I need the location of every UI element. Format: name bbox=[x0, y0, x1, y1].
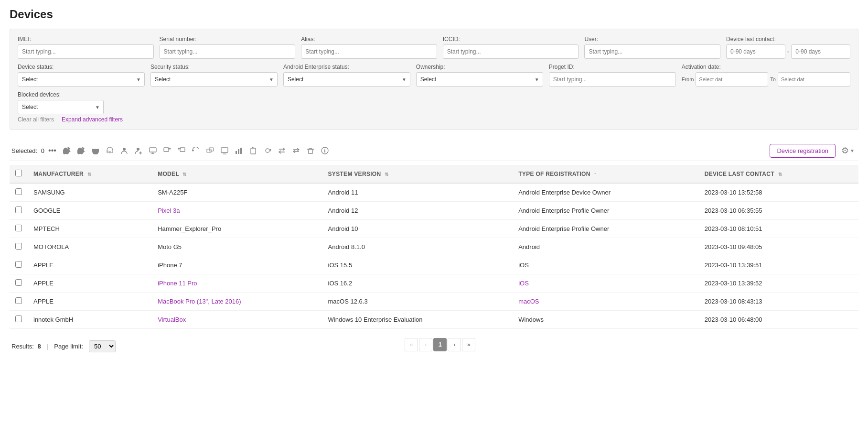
clipboard-icon-btn[interactable] bbox=[246, 144, 260, 157]
activation-to-input[interactable] bbox=[778, 72, 850, 87]
row-checkbox-cell bbox=[10, 183, 28, 202]
row-checkbox[interactable] bbox=[15, 297, 22, 304]
screen-arrow-left-icon-btn[interactable] bbox=[175, 144, 188, 157]
swap-icon-btn[interactable] bbox=[289, 144, 303, 157]
model-cell[interactable]: iPhone 11 Pro bbox=[152, 274, 322, 293]
android1-icon-btn[interactable] bbox=[89, 144, 102, 157]
info-icon-btn[interactable] bbox=[318, 144, 332, 157]
android-enterprise-select-wrapper: Select ▼ bbox=[283, 72, 410, 87]
chevron-down-icon: ▼ bbox=[850, 148, 855, 153]
action-icons bbox=[60, 144, 332, 157]
blocked-devices-filter-group: Blocked devices: Select ▼ bbox=[18, 91, 104, 114]
clear-filters-link[interactable]: Clear all filters bbox=[18, 116, 54, 123]
trash-icon-btn[interactable] bbox=[304, 144, 317, 157]
manufacturer-cell: APPLE bbox=[28, 274, 152, 293]
manufacturer-cell: MPTECH bbox=[28, 220, 152, 238]
activation-date-label: Activation date: bbox=[682, 64, 850, 70]
type-of-registration-col-header[interactable]: TYPE OF REGISTRATION ↑ bbox=[513, 165, 699, 183]
device-status-label: Device status: bbox=[18, 64, 145, 70]
screen-arrow-right-icon-btn[interactable] bbox=[161, 144, 174, 157]
device-status-select-wrapper: Select ▼ bbox=[18, 72, 145, 87]
manufacturer-col-header[interactable]: MANUFACTURER ⇅ bbox=[28, 165, 152, 183]
system-version-col-label: SYSTEM VERSION bbox=[328, 171, 381, 177]
row-checkbox-cell bbox=[10, 274, 28, 293]
alias-input[interactable] bbox=[301, 44, 437, 59]
user-icon-btn[interactable] bbox=[118, 144, 131, 157]
svg-point-3 bbox=[137, 148, 139, 151]
device-last-contact-from-input[interactable] bbox=[726, 44, 785, 59]
device-last-contact-sort-icon: ⇅ bbox=[778, 172, 782, 177]
settings-button[interactable]: ⚙ ▼ bbox=[839, 143, 857, 158]
device-last-contact-cell: 2023-03-10 08:43:13 bbox=[699, 293, 858, 311]
android-enterprise-select[interactable]: Select bbox=[283, 72, 410, 87]
user-input[interactable] bbox=[584, 44, 720, 59]
activation-from-input[interactable] bbox=[696, 72, 768, 87]
type-of-registration-cell: iOS bbox=[513, 256, 699, 274]
type-of-registration-cell[interactable]: macOS bbox=[513, 293, 699, 311]
device-last-contact-cell: 2023-03-10 08:10:51 bbox=[699, 220, 858, 238]
refresh-icon-btn[interactable] bbox=[189, 144, 203, 157]
chart-icon-btn[interactable] bbox=[232, 144, 246, 157]
screen-icon-btn[interactable] bbox=[146, 144, 160, 157]
actions-row: Selected: 0 ••• bbox=[10, 140, 858, 161]
row-checkbox[interactable] bbox=[15, 207, 22, 213]
device-registration-button[interactable]: Device registration bbox=[770, 144, 836, 158]
system-version-cell: Windows 10 Enterprise Evaluation bbox=[322, 311, 513, 329]
alias-label: Alias: bbox=[301, 36, 437, 43]
page-limit-select[interactable]: 50 10 25 100 bbox=[89, 340, 116, 352]
user-add-icon-btn[interactable] bbox=[132, 144, 145, 157]
select-all-checkbox[interactable] bbox=[15, 170, 22, 176]
svg-point-15 bbox=[324, 149, 325, 150]
model-cell[interactable]: Pixel 3a bbox=[152, 202, 322, 220]
next-page-button[interactable]: › bbox=[448, 338, 461, 351]
row-checkbox[interactable] bbox=[15, 279, 22, 286]
tv-icon-btn[interactable] bbox=[218, 144, 231, 157]
apple-device-icon-btn[interactable] bbox=[60, 144, 74, 157]
device-last-contact-to-input[interactable] bbox=[791, 44, 850, 59]
model-cell[interactable]: VirtualBox bbox=[152, 311, 322, 329]
model-cell: Moto G5 bbox=[152, 238, 322, 256]
multi-screen-icon-btn[interactable] bbox=[204, 144, 217, 157]
svg-rect-10 bbox=[236, 151, 237, 154]
imei-input[interactable] bbox=[18, 44, 154, 59]
serial-input[interactable] bbox=[160, 44, 296, 59]
type-of-registration-cell: Android Enterprise Profile Owner bbox=[513, 220, 699, 238]
page-1-button[interactable]: 1 bbox=[433, 338, 447, 351]
security-status-select[interactable]: Select bbox=[150, 72, 278, 87]
devices-table: MANUFACTURER ⇅ MODEL ⇅ SYSTEM VERSION ⇅ … bbox=[10, 165, 858, 329]
system-version-col-header[interactable]: SYSTEM VERSION ⇅ bbox=[322, 165, 513, 183]
more-options-dots[interactable]: ••• bbox=[48, 146, 56, 155]
row-checkbox[interactable] bbox=[15, 225, 22, 231]
ownership-select[interactable]: Select bbox=[416, 72, 543, 87]
device-status-filter-group: Device status: Select ▼ bbox=[18, 64, 145, 87]
activation-date-range: From To bbox=[682, 72, 850, 87]
proget-id-input[interactable] bbox=[549, 72, 676, 87]
device-last-contact-col-header[interactable]: DEVICE LAST CONTACT ⇅ bbox=[699, 165, 858, 183]
first-page-button[interactable]: « bbox=[405, 338, 418, 351]
cycle-icon-btn[interactable] bbox=[261, 144, 274, 157]
pagination-center: « ‹ 1 › » bbox=[118, 338, 763, 351]
iccid-input[interactable] bbox=[443, 44, 579, 59]
filter-row-2: Device status: Select ▼ Security status:… bbox=[18, 64, 850, 87]
manufacturer-cell: SAMSUNG bbox=[28, 183, 152, 202]
prev-page-button[interactable]: ‹ bbox=[419, 338, 432, 351]
transfer-icon-btn[interactable] bbox=[275, 144, 289, 157]
row-checkbox[interactable] bbox=[15, 261, 22, 268]
type-of-registration-cell[interactable]: iOS bbox=[513, 274, 699, 293]
results-label: Results: 8 bbox=[11, 343, 41, 350]
svg-rect-9 bbox=[221, 148, 228, 152]
last-page-button[interactable]: » bbox=[462, 338, 475, 351]
device-status-select[interactable]: Select bbox=[18, 72, 145, 87]
model-cell[interactable]: MacBook Pro (13", Late 2016) bbox=[152, 293, 322, 311]
row-checkbox-cell bbox=[10, 220, 28, 238]
toolbar: Selected: 0 ••• bbox=[10, 136, 858, 165]
apple2-icon-btn[interactable] bbox=[75, 144, 88, 157]
blocked-devices-select[interactable]: Select bbox=[18, 100, 104, 114]
row-checkbox[interactable] bbox=[15, 243, 22, 250]
type-of-registration-cell: Android Enterprise Device Owner bbox=[513, 183, 699, 202]
row-checkbox[interactable] bbox=[15, 188, 22, 195]
model-col-header[interactable]: MODEL ⇅ bbox=[152, 165, 322, 183]
expand-filters-link[interactable]: Expand advanced filters bbox=[62, 116, 123, 123]
android2-icon-btn[interactable] bbox=[103, 144, 117, 157]
row-checkbox[interactable] bbox=[15, 315, 22, 322]
